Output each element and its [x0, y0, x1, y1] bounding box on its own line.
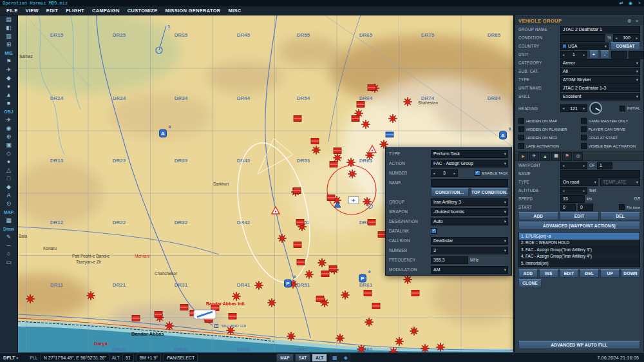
condition-input[interactable] — [560, 34, 605, 42]
decrement-icon[interactable] — [561, 105, 566, 111]
menu-file[interactable]: FILE — [3, 8, 21, 14]
explosion-unit-icon[interactable] — [348, 169, 357, 178]
layers-icon[interactable]: ▦ — [1, 216, 17, 225]
condition-stepper[interactable]: 100 — [613, 34, 640, 42]
explosion-unit-icon[interactable] — [165, 321, 174, 330]
layer-map-button[interactable]: MAP — [276, 354, 293, 362]
enable-task-checkbox[interactable] — [475, 170, 480, 176]
checkbox-box[interactable] — [518, 118, 524, 124]
farp-icon[interactable]: ◇ — [1, 149, 17, 158]
close-icon[interactable]: × — [635, 1, 644, 6]
explosion-unit-icon[interactable] — [403, 275, 412, 284]
menu-view[interactable]: VIEW — [21, 8, 42, 14]
fix-time-checkbox[interactable] — [619, 204, 625, 210]
unit-extra-field-2[interactable] — [629, 51, 644, 59]
explosion-unit-icon[interactable] — [317, 258, 327, 267]
increment-icon[interactable] — [582, 105, 587, 111]
explosion-unit-icon[interactable] — [278, 234, 287, 243]
increment-icon[interactable] — [582, 52, 587, 58]
task-number-stepper[interactable]: 3 — [431, 169, 458, 177]
waypoint-action-item[interactable]: 1. EPLRS(on) -a — [519, 233, 639, 240]
unit-count-stepper[interactable]: 1 — [560, 51, 587, 59]
connection-icon[interactable]: ⇄ — [617, 1, 626, 6]
explosion-unit-icon[interactable] — [346, 158, 355, 167]
increment-icon[interactable] — [452, 170, 457, 176]
line-icon[interactable]: ─ — [1, 242, 17, 250]
cargo-icon[interactable]: □ — [1, 175, 17, 183]
condition-button[interactable]: CONDITION... — [431, 188, 469, 196]
warehouse-icon[interactable]: △ — [1, 166, 17, 175]
group-name-input[interactable]: JTAC 2 Deathstar 1 — [560, 26, 640, 33]
fac-callsign-select[interactable]: Deathstar — [431, 237, 508, 245]
aircraft-tab-icon[interactable]: ✈ — [529, 152, 539, 160]
checkbox-box[interactable] — [581, 126, 587, 132]
explosion-unit-icon[interactable] — [395, 337, 404, 346]
checkbox-visible-bef-activation[interactable]: VISIBLE BEF. ACTIVATION — [581, 143, 641, 149]
datalink-checkbox[interactable] — [431, 228, 437, 234]
waypoint-name-input[interactable] — [560, 170, 640, 178]
open-mission-icon[interactable]: ◧ — [1, 24, 17, 32]
down-action-button[interactable]: DOWN — [621, 269, 640, 278]
explosion-unit-icon[interactable] — [305, 270, 314, 279]
checkbox-box[interactable] — [518, 126, 524, 132]
failures-tab-icon[interactable]: ⚑ — [562, 152, 572, 160]
template-icon[interactable]: ✈ — [1, 116, 17, 124]
new-mission-icon[interactable]: ▤ — [1, 15, 17, 24]
unit-type-select[interactable]: ATGM Stryker — [560, 76, 640, 84]
static-object-icon[interactable]: ■ — [1, 99, 17, 108]
decrement-icon[interactable] — [431, 170, 437, 176]
pencil-icon[interactable]: ✎ — [1, 233, 17, 242]
checkbox-box[interactable] — [518, 143, 524, 149]
close-icon[interactable]: × — [634, 18, 640, 24]
rectangle-icon[interactable]: ▭ — [1, 258, 17, 267]
waypoint-del-button[interactable]: DEL — [600, 212, 640, 220]
remove-unit-button[interactable]: - — [600, 50, 609, 59]
altitude-stepper[interactable] — [560, 187, 587, 195]
map-options-icon[interactable]: ⊞ — [1, 41, 17, 49]
prev-waypoint-icon[interactable] — [561, 162, 566, 169]
checkbox-box[interactable] — [581, 143, 587, 149]
decrement-icon[interactable] — [614, 35, 619, 41]
up-action-button[interactable]: UP — [600, 269, 620, 278]
explosion-unit-icon[interactable] — [254, 281, 263, 290]
explosion-unit-icon[interactable] — [436, 343, 445, 352]
add-action-button[interactable]: ADD — [518, 269, 538, 278]
rocket-icon[interactable]: ● — [1, 158, 17, 166]
waypoint-type-select[interactable]: On road — [560, 178, 598, 186]
task-name-input[interactable] — [431, 179, 508, 187]
combat-button[interactable]: COMBAT — [611, 42, 640, 50]
explosion-unit-icon[interactable] — [410, 327, 419, 336]
explosion-unit-icon[interactable] — [388, 114, 397, 123]
checkbox-box[interactable] — [581, 135, 587, 140]
checkbox-box[interactable] — [518, 135, 524, 140]
menu-mission-generator[interactable]: MISSION GENERATOR — [161, 8, 224, 14]
checkbox-late-activation[interactable]: LATE ACTIVATION — [518, 143, 578, 149]
waypoint-action-item[interactable]: 4. FAC - Assign Group("Iran Artillery 4"… — [519, 253, 639, 260]
checkbox-box[interactable] — [581, 118, 587, 124]
advanced-wp-auto-fill-button[interactable]: ADVANCED WP AUTO FILL — [518, 341, 640, 349]
menu-edit[interactable]: EDIT — [43, 8, 62, 14]
effect-icon[interactable]: ◆ — [1, 183, 17, 191]
menu-campaign[interactable]: CAMPAIGN — [88, 8, 124, 14]
increment-icon[interactable] — [634, 35, 639, 41]
checkbox-hidden-on-planner[interactable]: HIDDEN ON PLANNER — [518, 126, 578, 132]
explosion-unit-icon[interactable] — [287, 332, 296, 341]
save-mission-icon[interactable]: ▥ — [1, 32, 17, 41]
vehicle-icon[interactable]: ▲ — [1, 91, 17, 99]
checkbox-cold-at-start[interactable]: COLD AT START — [581, 135, 641, 140]
modulation-select[interactable]: AM — [431, 266, 508, 274]
clone-button[interactable]: CLONE — [518, 279, 542, 287]
heading-compass[interactable] — [589, 102, 602, 115]
explosion-unit-icon[interactable] — [232, 292, 241, 301]
checkbox-hidden-on-map[interactable]: HIDDEN ON MAP — [518, 118, 578, 124]
del-action-button[interactable]: DEL — [580, 269, 599, 278]
waypoint-stepper[interactable] — [560, 162, 587, 169]
waypoint-add-button[interactable]: ADD — [518, 212, 558, 220]
task-action-select[interactable]: FAC - Assign Group — [431, 160, 508, 167]
checkbox-game-master-only[interactable]: GAME MASTER ONLY — [581, 118, 641, 124]
explosion-unit-icon[interactable] — [365, 318, 374, 327]
skill-select[interactable]: Excellent — [560, 93, 640, 100]
record-icon[interactable]: ◉ — [626, 1, 635, 6]
route-tab-icon[interactable]: ► — [518, 152, 528, 160]
circle-icon[interactable]: ○ — [1, 250, 17, 258]
